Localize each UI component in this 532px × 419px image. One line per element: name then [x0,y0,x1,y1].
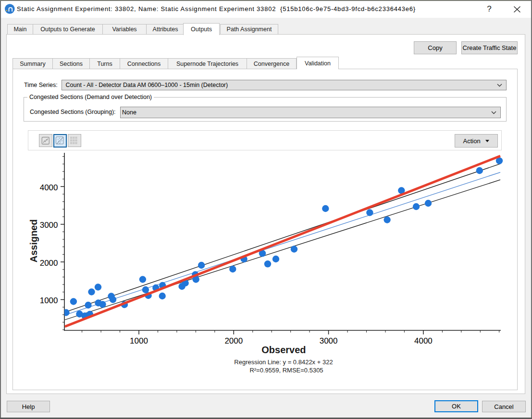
svg-text:Regression Line: y = 0.8422x +: Regression Line: y = 0.8422x + 322 [234,358,333,366]
svg-text:2000: 2000 [40,259,58,268]
svg-text:2000: 2000 [224,336,243,345]
svg-text:Observed: Observed [261,345,306,355]
svg-text:1000: 1000 [40,296,58,305]
svg-text:4000: 4000 [40,183,58,192]
svg-text:Assigned: Assigned [28,219,39,262]
svg-text:4000: 4000 [414,336,433,345]
svg-text:3000: 3000 [320,336,338,345]
svg-text:R²=0.9559, RMSE=0.5305: R²=0.9559, RMSE=0.5305 [249,367,323,374]
svg-text:1000: 1000 [130,336,148,345]
svg-text:3000: 3000 [40,221,58,230]
